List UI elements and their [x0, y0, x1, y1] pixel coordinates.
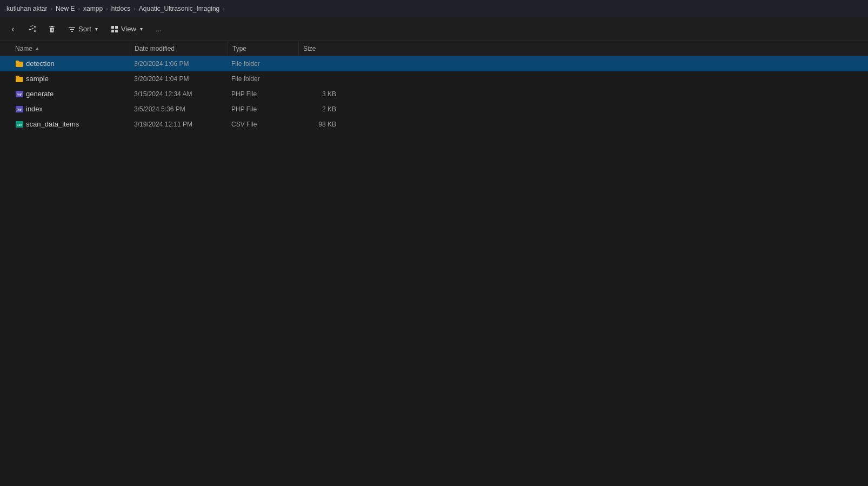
file-icon-wrapper	[15, 59, 24, 68]
view-button[interactable]: View ▾	[105, 21, 148, 38]
svg-text:PHP: PHP	[17, 93, 23, 96]
file-size: 2 KB	[322, 105, 336, 113]
table-row[interactable]: detection 3/20/2024 1:06 PM File folder	[0, 56, 868, 71]
view-icon	[111, 25, 118, 33]
file-size-cell	[297, 71, 340, 86]
sort-button[interactable]: Sort ▾	[63, 21, 103, 38]
file-icon-wrapper: PHP	[15, 105, 24, 114]
sort-icon	[68, 25, 76, 33]
php-icon: PHP	[15, 105, 24, 114]
file-type: CSV File	[231, 121, 257, 128]
column-type-label: Type	[232, 45, 246, 52]
file-type-cell: PHP File	[227, 86, 297, 101]
folder-icon	[15, 75, 24, 83]
breadcrumb-item-2[interactable]: xampp	[81, 4, 105, 14]
file-size-cell: 2 KB	[297, 102, 340, 116]
file-name: sample	[26, 75, 49, 83]
breadcrumb-sep-4: ›	[223, 5, 225, 12]
file-type-cell: File folder	[227, 56, 297, 71]
file-type: PHP File	[231, 90, 257, 98]
file-date: 3/20/2024 1:04 PM	[134, 75, 189, 83]
column-header-type[interactable]: Type	[228, 41, 298, 56]
share-icon	[28, 25, 37, 34]
file-name-cell: detection	[0, 56, 130, 71]
nav-back-button[interactable]: ‹	[4, 21, 22, 38]
csv-icon: CSV	[15, 120, 24, 129]
table-row[interactable]: PHP generate 3/15/2024 12:34 AM PHP File…	[0, 86, 868, 102]
file-date-cell: 3/20/2024 1:06 PM	[130, 56, 227, 71]
file-date: 3/19/2024 12:11 PM	[134, 121, 192, 128]
column-name-sort-icon: ▲	[35, 45, 40, 51]
file-type-cell: CSV File	[227, 117, 297, 131]
svg-rect-0	[111, 26, 114, 29]
file-icon-wrapper	[15, 75, 24, 83]
file-date-cell: 3/19/2024 12:11 PM	[130, 117, 227, 131]
file-type: PHP File	[231, 105, 257, 113]
breadcrumb-item-1[interactable]: New E	[54, 4, 77, 14]
sort-label: Sort	[78, 25, 91, 33]
file-rows-container: detection 3/20/2024 1:06 PM File folder …	[0, 56, 868, 132]
file-date: 3/5/2024 5:36 PM	[134, 105, 185, 113]
delete-icon	[48, 25, 56, 34]
svg-text:PHP: PHP	[17, 108, 23, 111]
file-date-cell: 3/5/2024 5:36 PM	[130, 102, 227, 116]
column-name-label: Name	[15, 45, 32, 52]
file-list: Name ▲ Date modified Type Size detection…	[0, 41, 868, 132]
view-chevron-icon: ▾	[140, 26, 143, 32]
file-size-cell: 98 KB	[297, 117, 340, 131]
column-date-label: Date modified	[135, 45, 175, 52]
file-size-cell	[297, 56, 340, 71]
file-name: scan_data_items	[26, 120, 79, 128]
file-type: File folder	[231, 60, 260, 68]
file-name: index	[26, 105, 43, 113]
svg-rect-3	[115, 30, 118, 32]
toolbar: ‹ Sort ▾ View ▾ ...	[0, 17, 868, 41]
table-row[interactable]: PHP index 3/5/2024 5:36 PM PHP File 2 KB	[0, 102, 868, 117]
svg-rect-1	[115, 26, 118, 29]
view-label: View	[121, 25, 136, 33]
folder-icon	[15, 59, 24, 68]
breadcrumb-sep-3: ›	[133, 5, 136, 12]
file-type: File folder	[231, 75, 260, 83]
file-date-cell: 3/20/2024 1:04 PM	[130, 71, 227, 86]
share-button[interactable]	[24, 21, 41, 38]
breadcrumb-item-0[interactable]: kutluhan aktar	[4, 4, 49, 14]
file-icon-wrapper: PHP	[15, 90, 24, 98]
column-header-size[interactable]: Size	[299, 41, 342, 56]
svg-rect-2	[111, 30, 114, 32]
file-size-cell: 3 KB	[297, 86, 340, 101]
file-size: 3 KB	[322, 90, 336, 98]
file-size: 98 KB	[318, 121, 336, 128]
breadcrumb-sep-1: ›	[78, 5, 80, 12]
breadcrumb-sep-0: ›	[50, 5, 52, 12]
file-name-cell: CSV scan_data_items	[0, 117, 130, 131]
breadcrumb-item-3[interactable]: htdocs	[109, 4, 132, 14]
file-date: 3/20/2024 1:06 PM	[134, 60, 189, 68]
file-name: generate	[26, 90, 54, 98]
sort-chevron-icon: ▾	[95, 26, 98, 32]
column-header-date[interactable]: Date modified	[130, 41, 228, 56]
breadcrumb-item-4[interactable]: Aquatic_Ultrasonic_Imaging	[137, 4, 222, 14]
file-type-cell: PHP File	[227, 102, 297, 116]
breadcrumb-bar: kutluhan aktar › New E › xampp › htdocs …	[0, 0, 868, 17]
more-options-button[interactable]: ...	[150, 21, 167, 38]
delete-button[interactable]	[43, 21, 61, 38]
breadcrumb-sep-2: ›	[106, 5, 108, 12]
file-name-cell: sample	[0, 71, 130, 86]
table-row[interactable]: sample 3/20/2024 1:04 PM File folder	[0, 71, 868, 86]
file-date-cell: 3/15/2024 12:34 AM	[130, 86, 227, 101]
file-name-cell: PHP generate	[0, 86, 130, 101]
table-row[interactable]: CSV scan_data_items 3/19/2024 12:11 PM C…	[0, 117, 868, 132]
file-type-cell: File folder	[227, 71, 297, 86]
column-header-name[interactable]: Name ▲	[0, 41, 130, 56]
breadcrumb: kutluhan aktar › New E › xampp › htdocs …	[4, 4, 225, 14]
nav-back-icon: ‹	[11, 24, 14, 34]
file-list-header: Name ▲ Date modified Type Size	[0, 41, 868, 56]
more-options-label: ...	[156, 25, 162, 33]
php-icon: PHP	[15, 90, 24, 98]
column-size-label: Size	[303, 45, 316, 52]
file-name: detection	[26, 59, 55, 68]
svg-text:CSV: CSV	[17, 124, 22, 127]
file-name-cell: PHP index	[0, 102, 130, 116]
file-date: 3/15/2024 12:34 AM	[134, 90, 192, 98]
